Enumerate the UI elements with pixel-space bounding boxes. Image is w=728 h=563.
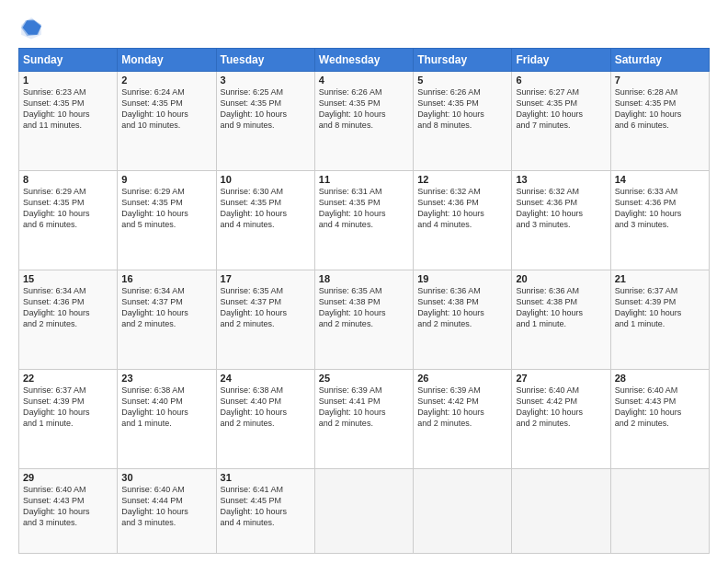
col-header-wednesday: Wednesday: [314, 49, 413, 72]
day-number: 27: [516, 373, 606, 384]
cell-info: Sunrise: 6:39 AM Sunset: 4:41 PM Dayligh…: [319, 385, 409, 430]
header: [18, 15, 710, 40]
cell-info: Sunrise: 6:37 AM Sunset: 4:39 PM Dayligh…: [23, 385, 113, 430]
calendar-cell: 30Sunrise: 6:40 AM Sunset: 4:44 PM Dayli…: [118, 468, 216, 554]
day-number: 9: [121, 174, 211, 185]
day-number: 5: [417, 75, 507, 86]
cell-info: Sunrise: 6:40 AM Sunset: 4:44 PM Dayligh…: [121, 484, 211, 529]
calendar-cell: 15Sunrise: 6:34 AM Sunset: 4:36 PM Dayli…: [19, 270, 118, 369]
calendar-cell: 17Sunrise: 6:35 AM Sunset: 4:37 PM Dayli…: [216, 270, 314, 369]
cell-info: Sunrise: 6:31 AM Sunset: 4:35 PM Dayligh…: [319, 186, 409, 231]
calendar-cell: 20Sunrise: 6:36 AM Sunset: 4:38 PM Dayli…: [512, 270, 610, 369]
day-number: 31: [221, 472, 311, 483]
cell-info: Sunrise: 6:35 AM Sunset: 4:37 PM Dayligh…: [221, 285, 311, 330]
calendar-cell: 8Sunrise: 6:29 AM Sunset: 4:35 PM Daylig…: [19, 170, 118, 270]
calendar-cell: 4Sunrise: 6:26 AM Sunset: 4:35 PM Daylig…: [314, 72, 413, 171]
cell-info: Sunrise: 6:34 AM Sunset: 4:37 PM Dayligh…: [121, 285, 211, 330]
cell-info: Sunrise: 6:32 AM Sunset: 4:36 PM Dayligh…: [516, 186, 606, 231]
cell-info: Sunrise: 6:38 AM Sunset: 4:40 PM Dayligh…: [221, 385, 311, 430]
calendar-cell: [610, 468, 709, 554]
cell-info: Sunrise: 6:25 AM Sunset: 4:35 PM Dayligh…: [221, 86, 311, 132]
logo: [18, 15, 48, 40]
calendar-cell: 22Sunrise: 6:37 AM Sunset: 4:39 PM Dayli…: [19, 369, 118, 468]
day-number: 6: [516, 75, 606, 86]
day-number: 24: [221, 373, 311, 384]
day-number: 26: [417, 373, 507, 384]
day-number: 13: [516, 174, 606, 185]
day-number: 2: [121, 75, 211, 86]
calendar-cell: 13Sunrise: 6:32 AM Sunset: 4:36 PM Dayli…: [512, 170, 610, 270]
cell-info: Sunrise: 6:29 AM Sunset: 4:35 PM Dayligh…: [23, 186, 113, 231]
calendar-cell: 25Sunrise: 6:39 AM Sunset: 4:41 PM Dayli…: [314, 369, 413, 468]
day-number: 21: [615, 273, 705, 284]
cell-info: Sunrise: 6:34 AM Sunset: 4:36 PM Dayligh…: [23, 285, 113, 330]
calendar-cell: 31Sunrise: 6:41 AM Sunset: 4:45 PM Dayli…: [216, 468, 314, 554]
calendar-cell: 27Sunrise: 6:40 AM Sunset: 4:42 PM Dayli…: [512, 369, 610, 468]
calendar-cell: [414, 468, 512, 554]
cell-info: Sunrise: 6:29 AM Sunset: 4:35 PM Dayligh…: [121, 186, 211, 231]
day-number: 15: [23, 273, 113, 284]
calendar-cell: 2Sunrise: 6:24 AM Sunset: 4:35 PM Daylig…: [118, 72, 216, 171]
cell-info: Sunrise: 6:33 AM Sunset: 4:36 PM Dayligh…: [615, 186, 705, 231]
day-number: 28: [615, 373, 705, 384]
calendar-cell: 7Sunrise: 6:28 AM Sunset: 4:35 PM Daylig…: [610, 72, 709, 171]
calendar-cell: [512, 468, 610, 554]
cell-info: Sunrise: 6:23 AM Sunset: 4:35 PM Dayligh…: [23, 86, 113, 132]
cell-info: Sunrise: 6:24 AM Sunset: 4:35 PM Dayligh…: [121, 86, 211, 132]
cell-info: Sunrise: 6:40 AM Sunset: 4:42 PM Dayligh…: [516, 385, 606, 430]
day-number: 11: [319, 174, 409, 185]
calendar-cell: 9Sunrise: 6:29 AM Sunset: 4:35 PM Daylig…: [118, 170, 216, 270]
logo-icon: [18, 15, 44, 40]
calendar-cell: 12Sunrise: 6:32 AM Sunset: 4:36 PM Dayli…: [414, 170, 512, 270]
calendar-cell: 24Sunrise: 6:38 AM Sunset: 4:40 PM Dayli…: [216, 369, 314, 468]
page: SundayMondayTuesdayWednesdayThursdayFrid…: [0, 0, 728, 563]
col-header-friday: Friday: [512, 49, 610, 72]
calendar-cell: 6Sunrise: 6:27 AM Sunset: 4:35 PM Daylig…: [512, 72, 610, 171]
day-number: 4: [319, 75, 409, 86]
day-number: 19: [417, 273, 507, 284]
calendar-cell: 18Sunrise: 6:35 AM Sunset: 4:38 PM Dayli…: [314, 270, 413, 369]
calendar-cell: 28Sunrise: 6:40 AM Sunset: 4:43 PM Dayli…: [610, 369, 709, 468]
day-number: 16: [121, 273, 211, 284]
cell-info: Sunrise: 6:36 AM Sunset: 4:38 PM Dayligh…: [417, 285, 507, 330]
col-header-monday: Monday: [118, 49, 216, 72]
cell-info: Sunrise: 6:32 AM Sunset: 4:36 PM Dayligh…: [417, 186, 507, 231]
day-number: 22: [23, 373, 113, 384]
day-number: 29: [23, 472, 113, 483]
day-number: 23: [121, 373, 211, 384]
day-number: 17: [221, 273, 311, 284]
day-number: 7: [615, 75, 705, 86]
calendar-cell: [314, 468, 413, 554]
day-number: 30: [121, 472, 211, 483]
cell-info: Sunrise: 6:26 AM Sunset: 4:35 PM Dayligh…: [319, 86, 409, 132]
day-number: 8: [23, 174, 113, 185]
calendar-cell: 26Sunrise: 6:39 AM Sunset: 4:42 PM Dayli…: [414, 369, 512, 468]
cell-info: Sunrise: 6:40 AM Sunset: 4:43 PM Dayligh…: [23, 484, 113, 529]
cell-info: Sunrise: 6:28 AM Sunset: 4:35 PM Dayligh…: [615, 86, 705, 132]
calendar-table: SundayMondayTuesdayWednesdayThursdayFrid…: [18, 48, 710, 554]
day-number: 12: [417, 174, 507, 185]
calendar-cell: 1Sunrise: 6:23 AM Sunset: 4:35 PM Daylig…: [19, 72, 118, 171]
cell-info: Sunrise: 6:35 AM Sunset: 4:38 PM Dayligh…: [319, 285, 409, 330]
cell-info: Sunrise: 6:40 AM Sunset: 4:43 PM Dayligh…: [615, 385, 705, 430]
cell-info: Sunrise: 6:39 AM Sunset: 4:42 PM Dayligh…: [417, 385, 507, 430]
day-number: 3: [221, 75, 311, 86]
day-number: 18: [319, 273, 409, 284]
header-row: SundayMondayTuesdayWednesdayThursdayFrid…: [19, 49, 710, 72]
day-number: 1: [23, 75, 113, 86]
day-number: 20: [516, 273, 606, 284]
cell-info: Sunrise: 6:38 AM Sunset: 4:40 PM Dayligh…: [121, 385, 211, 430]
col-header-saturday: Saturday: [610, 49, 709, 72]
day-number: 14: [615, 174, 705, 185]
calendar-cell: 3Sunrise: 6:25 AM Sunset: 4:35 PM Daylig…: [216, 72, 314, 171]
col-header-tuesday: Tuesday: [216, 49, 314, 72]
calendar-cell: 29Sunrise: 6:40 AM Sunset: 4:43 PM Dayli…: [19, 468, 118, 554]
calendar-cell: 19Sunrise: 6:36 AM Sunset: 4:38 PM Dayli…: [414, 270, 512, 369]
calendar-cell: 21Sunrise: 6:37 AM Sunset: 4:39 PM Dayli…: [610, 270, 709, 369]
calendar-cell: 23Sunrise: 6:38 AM Sunset: 4:40 PM Dayli…: [118, 369, 216, 468]
cell-info: Sunrise: 6:36 AM Sunset: 4:38 PM Dayligh…: [516, 285, 606, 330]
cell-info: Sunrise: 6:26 AM Sunset: 4:35 PM Dayligh…: [417, 86, 507, 132]
day-number: 25: [319, 373, 409, 384]
calendar-cell: 11Sunrise: 6:31 AM Sunset: 4:35 PM Dayli…: [314, 170, 413, 270]
col-header-thursday: Thursday: [414, 49, 512, 72]
